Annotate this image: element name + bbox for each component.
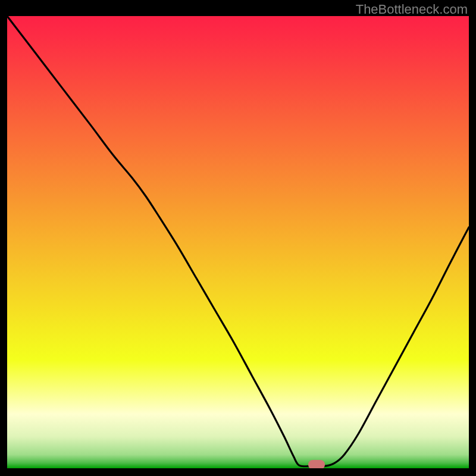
chart-frame: TheBottleneck.com (0, 0, 476, 476)
plot-area (7, 16, 469, 468)
optimal-marker (308, 460, 325, 468)
bottleneck-curve (7, 16, 469, 468)
attribution-label: TheBottleneck.com (356, 2, 468, 17)
